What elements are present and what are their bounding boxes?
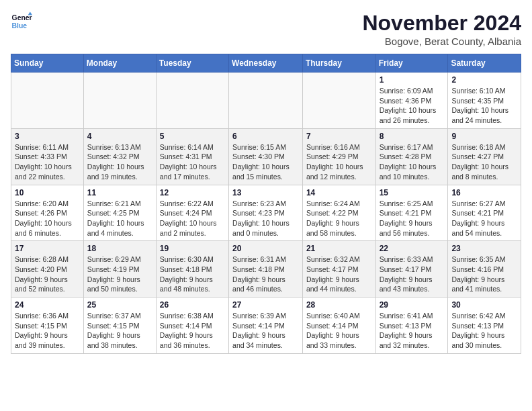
day-detail: Sunrise: 6:42 AM Sunset: 4:13 PM Dayligh… [451,311,517,351]
day-detail: Sunrise: 6:25 AM Sunset: 4:21 PM Dayligh… [380,199,445,238]
day-number: 6 [232,132,299,141]
calendar-day-cell: 30Sunrise: 6:42 AM Sunset: 4:13 PM Dayli… [448,298,521,354]
day-detail: Sunrise: 6:32 AM Sunset: 4:17 PM Dayligh… [306,255,372,294]
calendar-day-cell: 21Sunrise: 6:32 AM Sunset: 4:17 PM Dayli… [302,241,375,298]
day-number: 11 [87,188,152,197]
day-detail: Sunrise: 6:36 AM Sunset: 4:15 PM Dayligh… [15,311,80,351]
day-detail: Sunrise: 6:17 AM Sunset: 4:28 PM Dayligh… [380,142,445,182]
calendar-day-cell: 12Sunrise: 6:22 AM Sunset: 4:24 PM Dayli… [156,185,228,241]
day-number: 1 [380,75,445,85]
calendar-day-cell: 6Sunrise: 6:15 AM Sunset: 4:30 PM Daylig… [229,128,303,185]
calendar-day-cell: 17Sunrise: 6:28 AM Sunset: 4:20 PM Dayli… [11,241,84,298]
logo-icon: General Blue [11,11,32,32]
calendar-day-cell: 27Sunrise: 6:39 AM Sunset: 4:14 PM Dayli… [229,298,303,354]
day-number: 23 [451,244,517,253]
calendar-week-row: 10Sunrise: 6:20 AM Sunset: 4:26 PM Dayli… [11,185,521,241]
day-detail: Sunrise: 6:09 AM Sunset: 4:36 PM Dayligh… [380,86,445,126]
day-number: 14 [306,188,372,197]
day-detail: Sunrise: 6:27 AM Sunset: 4:21 PM Dayligh… [451,199,517,238]
day-detail: Sunrise: 6:30 AM Sunset: 4:18 PM Dayligh… [160,255,225,294]
day-detail: Sunrise: 6:29 AM Sunset: 4:19 PM Dayligh… [87,255,152,294]
day-detail: Sunrise: 6:40 AM Sunset: 4:14 PM Dayligh… [306,311,372,351]
calendar-day-cell: 26Sunrise: 6:38 AM Sunset: 4:14 PM Dayli… [156,298,228,354]
calendar-day-cell: 10Sunrise: 6:20 AM Sunset: 4:26 PM Dayli… [11,185,84,241]
calendar-day-cell: 15Sunrise: 6:25 AM Sunset: 4:21 PM Dayli… [375,185,448,241]
calendar-day-cell: 25Sunrise: 6:37 AM Sunset: 4:15 PM Dayli… [83,298,156,354]
weekday-header-cell: Wednesday [229,54,303,73]
calendar-day-cell: 19Sunrise: 6:30 AM Sunset: 4:18 PM Dayli… [156,241,228,298]
day-detail: Sunrise: 6:37 AM Sunset: 4:15 PM Dayligh… [87,311,152,351]
calendar-day-cell: 4Sunrise: 6:13 AM Sunset: 4:32 PM Daylig… [83,128,156,185]
calendar-day-cell [302,73,375,129]
day-number: 9 [451,132,517,141]
day-detail: Sunrise: 6:38 AM Sunset: 4:14 PM Dayligh… [160,311,225,351]
calendar-day-cell: 1Sunrise: 6:09 AM Sunset: 4:36 PM Daylig… [375,73,448,129]
day-number: 10 [15,188,80,197]
page-header: General Blue November 2024 Bogove, Berat… [11,11,521,47]
calendar-day-cell [229,73,303,129]
calendar-day-cell [83,73,156,129]
calendar-day-cell: 13Sunrise: 6:23 AM Sunset: 4:23 PM Dayli… [229,185,303,241]
month-title: November 2024 [362,11,521,36]
weekday-header-cell: Sunday [11,54,84,73]
calendar-week-row: 1Sunrise: 6:09 AM Sunset: 4:36 PM Daylig… [11,73,521,129]
day-number: 17 [15,244,80,253]
svg-marker-2 [28,12,32,15]
day-detail: Sunrise: 6:15 AM Sunset: 4:30 PM Dayligh… [232,142,299,182]
day-number: 25 [87,300,152,310]
day-number: 15 [380,188,445,197]
calendar-day-cell: 18Sunrise: 6:29 AM Sunset: 4:19 PM Dayli… [83,241,156,298]
day-detail: Sunrise: 6:28 AM Sunset: 4:20 PM Dayligh… [15,255,80,294]
weekday-header-cell: Friday [375,54,448,73]
day-detail: Sunrise: 6:21 AM Sunset: 4:25 PM Dayligh… [87,199,152,238]
day-number: 24 [15,300,80,310]
day-number: 20 [232,244,299,253]
calendar-day-cell: 24Sunrise: 6:36 AM Sunset: 4:15 PM Dayli… [11,298,84,354]
day-detail: Sunrise: 6:13 AM Sunset: 4:32 PM Dayligh… [87,142,152,182]
calendar-day-cell: 7Sunrise: 6:16 AM Sunset: 4:29 PM Daylig… [302,128,375,185]
day-number: 2 [451,75,517,85]
calendar-day-cell [156,73,228,129]
calendar-day-cell: 28Sunrise: 6:40 AM Sunset: 4:14 PM Dayli… [302,298,375,354]
calendar-day-cell: 16Sunrise: 6:27 AM Sunset: 4:21 PM Dayli… [448,185,521,241]
calendar-day-cell: 2Sunrise: 6:10 AM Sunset: 4:35 PM Daylig… [448,73,521,129]
day-detail: Sunrise: 6:31 AM Sunset: 4:18 PM Dayligh… [232,255,299,294]
day-number: 13 [232,188,299,197]
day-number: 26 [160,300,225,310]
day-detail: Sunrise: 6:18 AM Sunset: 4:27 PM Dayligh… [451,142,517,182]
day-detail: Sunrise: 6:39 AM Sunset: 4:14 PM Dayligh… [232,311,299,351]
calendar-day-cell: 20Sunrise: 6:31 AM Sunset: 4:18 PM Dayli… [229,241,303,298]
day-number: 29 [380,300,445,310]
location: Bogove, Berat County, Albania [362,36,521,47]
calendar-body: 1Sunrise: 6:09 AM Sunset: 4:36 PM Daylig… [11,73,521,354]
calendar-day-cell: 3Sunrise: 6:11 AM Sunset: 4:33 PM Daylig… [11,128,84,185]
calendar-day-cell: 29Sunrise: 6:41 AM Sunset: 4:13 PM Dayli… [375,298,448,354]
day-detail: Sunrise: 6:11 AM Sunset: 4:33 PM Dayligh… [15,142,80,182]
day-number: 8 [380,132,445,141]
calendar-week-row: 3Sunrise: 6:11 AM Sunset: 4:33 PM Daylig… [11,128,521,185]
day-number: 22 [380,244,445,253]
day-detail: Sunrise: 6:20 AM Sunset: 4:26 PM Dayligh… [15,199,80,238]
calendar-day-cell: 11Sunrise: 6:21 AM Sunset: 4:25 PM Dayli… [83,185,156,241]
calendar-day-cell [11,73,84,129]
calendar-week-row: 24Sunrise: 6:36 AM Sunset: 4:15 PM Dayli… [11,298,521,354]
day-detail: Sunrise: 6:16 AM Sunset: 4:29 PM Dayligh… [306,142,372,182]
calendar-day-cell: 22Sunrise: 6:33 AM Sunset: 4:17 PM Dayli… [375,241,448,298]
day-detail: Sunrise: 6:33 AM Sunset: 4:17 PM Dayligh… [380,255,445,294]
day-number: 18 [87,244,152,253]
calendar-day-cell: 23Sunrise: 6:35 AM Sunset: 4:16 PM Dayli… [448,241,521,298]
day-detail: Sunrise: 6:35 AM Sunset: 4:16 PM Dayligh… [451,255,517,294]
calendar-day-cell: 8Sunrise: 6:17 AM Sunset: 4:28 PM Daylig… [375,128,448,185]
day-number: 27 [232,300,299,310]
day-number: 7 [306,132,372,141]
day-number: 21 [306,244,372,253]
title-area: November 2024 Bogove, Berat County, Alba… [362,11,521,47]
logo: General Blue [11,11,32,32]
day-number: 12 [160,188,225,197]
calendar-week-row: 17Sunrise: 6:28 AM Sunset: 4:20 PM Dayli… [11,241,521,298]
day-number: 19 [160,244,225,253]
weekday-header-cell: Tuesday [156,54,228,73]
calendar-day-cell: 5Sunrise: 6:14 AM Sunset: 4:31 PM Daylig… [156,128,228,185]
day-number: 30 [451,300,517,310]
day-number: 28 [306,300,372,310]
